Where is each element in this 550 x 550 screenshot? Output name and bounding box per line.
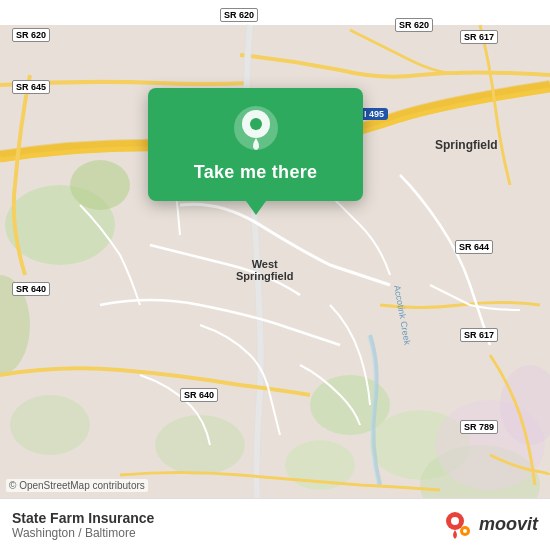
- location-name: State Farm Insurance: [12, 510, 154, 526]
- svg-point-14: [250, 118, 262, 130]
- sr617-top-label: SR 617: [460, 30, 498, 44]
- take-me-there-button[interactable]: Take me there: [194, 162, 318, 183]
- sr645-label: SR 645: [12, 80, 50, 94]
- sr620-label-2: SR 620: [220, 8, 258, 22]
- map-container: SR 620 SR 620 SR 620 SR 645 SR 617 I 495…: [0, 0, 550, 550]
- svg-point-8: [10, 395, 90, 455]
- sr620-label-3: SR 620: [395, 18, 433, 32]
- i495-label: I 495: [360, 108, 388, 120]
- sr789-label: SR 789: [460, 420, 498, 434]
- svg-point-6: [155, 415, 245, 475]
- west-springfield-label: WestSpringfield: [236, 258, 293, 282]
- sr620-label-1: SR 620: [12, 28, 50, 42]
- popup-card: Take me there: [148, 88, 363, 201]
- sr644-label: SR 644: [455, 240, 493, 254]
- info-bar: State Farm Insurance Washington / Baltim…: [0, 498, 550, 550]
- moovit-icon: [443, 509, 475, 541]
- sr640-left-label: SR 640: [12, 282, 50, 296]
- sr617-bottom-label: SR 617: [460, 328, 498, 342]
- svg-point-18: [463, 529, 467, 533]
- sr640-bottom-label: SR 640: [180, 388, 218, 402]
- svg-point-16: [451, 517, 459, 525]
- location-region: Washington / Baltimore: [12, 526, 154, 540]
- location-info: State Farm Insurance Washington / Baltim…: [12, 510, 154, 540]
- moovit-logo: moovit: [443, 509, 538, 541]
- moovit-text: moovit: [479, 514, 538, 535]
- springfield-label: Springfield: [435, 138, 498, 152]
- svg-point-2: [70, 160, 130, 210]
- osm-attribution: © OpenStreetMap contributors: [6, 479, 148, 492]
- pin-icon: [232, 104, 280, 152]
